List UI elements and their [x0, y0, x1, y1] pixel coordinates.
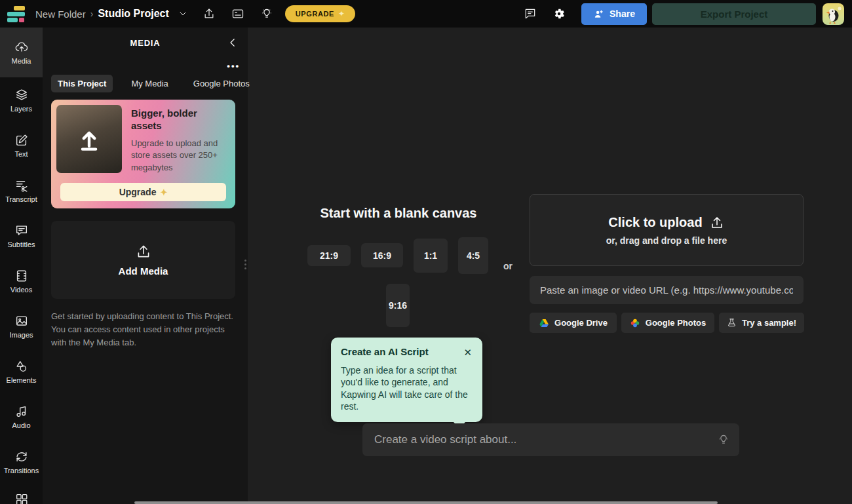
panel-description: Get started by uploading content to This…	[51, 310, 238, 349]
top-bar: New Folder › Studio Project UPGRADE ✦	[0, 0, 852, 28]
sparkle-icon: ✦	[160, 187, 167, 197]
sidebar-item-label: Videos	[10, 286, 32, 294]
media-panel-header: MEDIA	[43, 28, 248, 58]
google-photos-icon	[630, 318, 640, 328]
upload-title: Click to upload	[608, 215, 702, 230]
sidebar-item-transitions[interactable]: Transitions	[0, 439, 43, 484]
captions-icon[interactable]	[231, 7, 244, 20]
google-drive-label: Google Drive	[554, 318, 608, 328]
ai-script-input[interactable]	[362, 423, 739, 456]
panel-resize-handle[interactable]	[244, 260, 246, 269]
upgrade-promo-card[interactable]: Bigger, bolder assets Upgrade to upload …	[51, 100, 235, 208]
promo-upgrade-button[interactable]: Upgrade ✦	[60, 183, 226, 201]
comments-icon[interactable]	[524, 7, 537, 20]
tab-my-media[interactable]: My Media	[125, 75, 174, 92]
sidebar-item-plugins[interactable]	[0, 492, 43, 504]
kapwing-logo-icon[interactable]	[7, 5, 26, 22]
settings-gear-icon[interactable]	[552, 7, 566, 20]
film-strip-icon	[14, 269, 29, 283]
google-drive-icon	[539, 318, 549, 328]
ratio-button-21-9[interactable]: 21:9	[307, 245, 351, 266]
panel-title: MEDIA	[130, 38, 161, 48]
speech-bubble-lines-icon	[14, 223, 29, 238]
promo-text: Bigger, bolder assets Upgrade to upload …	[131, 107, 229, 174]
layers-icon	[14, 88, 29, 102]
breadcrumb-separator: ›	[90, 9, 94, 19]
ratio-button-1-1[interactable]: 1:1	[414, 239, 448, 273]
sidebar-item-transcript[interactable]: Transcript	[0, 168, 43, 213]
export-project-button[interactable]: Export Project	[652, 3, 816, 25]
main-canvas: Start with a blank canvas 21:9 16:9 1:1 …	[248, 28, 852, 504]
promo-thumbnail	[56, 105, 122, 173]
ratio-button-16-9[interactable]: 16:9	[361, 243, 403, 267]
sidebar-item-subtitles[interactable]: Subtitles	[0, 213, 43, 258]
sidebar-item-label: Elements	[7, 376, 37, 384]
sidebar-item-label: Transitions	[4, 467, 39, 475]
breadcrumb: New Folder › Studio Project	[35, 8, 188, 20]
promo-body: Upgrade to upload and store assets over …	[131, 138, 229, 175]
sidebar-item-label: Media	[12, 57, 31, 65]
account-avatar[interactable]	[823, 3, 844, 25]
upload-arrow-icon	[709, 215, 725, 231]
upload-arrow-icon	[135, 243, 152, 260]
sidebar-item-label: Text	[14, 150, 28, 158]
transcript-scissors-icon	[14, 178, 29, 193]
add-media-button[interactable]: Add Media	[51, 221, 235, 299]
share-button-label: Share	[610, 9, 635, 19]
sidebar-item-label: Subtitles	[7, 241, 35, 248]
add-media-label: Add Media	[119, 265, 168, 277]
media-panel: MEDIA ••• This Project My Media Google P…	[43, 28, 248, 504]
upload-arrow-icon	[75, 125, 104, 153]
flask-icon	[727, 318, 737, 328]
panel-menu-dots-icon[interactable]: •••	[227, 62, 240, 70]
sidebar-item-label: Images	[9, 331, 33, 339]
grid-apps-icon	[14, 492, 29, 504]
topbar-tools	[203, 7, 273, 20]
topbar-right: Share Export Project	[524, 3, 844, 25]
lightbulb-icon[interactable]	[717, 433, 730, 446]
sidebar-item-text[interactable]: Text	[0, 123, 43, 168]
sidebar-item-images[interactable]: Images	[0, 303, 43, 349]
upgrade-button[interactable]: UPGRADE ✦	[285, 5, 355, 22]
breadcrumb-project-title[interactable]: Studio Project	[98, 8, 168, 20]
tab-google-photos[interactable]: Google Photos	[187, 75, 256, 92]
sidebar-item-elements[interactable]: Elements	[0, 349, 43, 394]
ai-script-input-wrap	[362, 423, 739, 456]
blank-canvas-heading: Start with a blank canvas	[248, 206, 549, 221]
close-icon[interactable]: ✕	[462, 346, 473, 359]
media-url-input[interactable]	[530, 276, 804, 304]
share-button[interactable]: Share	[581, 3, 647, 25]
ai-script-tooltip: Create an AI Script ✕ Type an idea for a…	[331, 338, 482, 422]
sidebar-item-media[interactable]: Media	[0, 28, 43, 77]
try-sample-button[interactable]: Try a sample!	[719, 313, 804, 333]
left-toolbar: Media Layers Text Transcript Subtitles V…	[0, 28, 43, 504]
horizontal-scrollbar[interactable]	[134, 501, 718, 504]
chevron-down-icon[interactable]	[178, 9, 188, 19]
triangle-circle-icon	[14, 359, 29, 374]
tooltip-title: Create an AI Script	[341, 346, 429, 357]
suggestions-lightbulb-icon[interactable]	[260, 7, 273, 20]
sidebar-item-audio[interactable]: Audio	[0, 394, 43, 439]
google-photos-button[interactable]: Google Photos	[621, 313, 714, 333]
picture-icon	[14, 314, 29, 328]
google-drive-button[interactable]: Google Drive	[530, 313, 617, 333]
export-upload-icon[interactable]	[203, 7, 216, 20]
tooltip-body: Type an idea for a script that you'd lik…	[341, 364, 473, 413]
kapwing-studio-app: New Folder › Studio Project UPGRADE ✦	[0, 0, 852, 504]
edit-pencil-icon	[14, 133, 29, 147]
ratio-button-9-16[interactable]: 9:16	[386, 284, 410, 327]
click-to-upload-dropzone[interactable]: Click to upload or, drag and drop a file…	[530, 194, 804, 266]
breadcrumb-folder[interactable]: New Folder	[35, 9, 86, 20]
promo-upgrade-label: Upgrade	[119, 187, 157, 197]
upgrade-button-label: UPGRADE	[296, 10, 334, 18]
upload-subtitle: or, drag and drop a file here	[606, 235, 727, 246]
puffin-avatar-icon	[823, 3, 844, 25]
cloud-upload-icon	[14, 40, 29, 54]
sidebar-item-layers[interactable]: Layers	[0, 77, 43, 123]
tab-this-project[interactable]: This Project	[51, 75, 113, 92]
cycle-arrows-icon	[14, 450, 29, 464]
collapse-panel-icon[interactable]	[225, 35, 240, 50]
ratio-button-4-5[interactable]: 4:5	[458, 237, 488, 274]
google-photos-label: Google Photos	[646, 318, 706, 328]
sidebar-item-videos[interactable]: Videos	[0, 258, 43, 303]
